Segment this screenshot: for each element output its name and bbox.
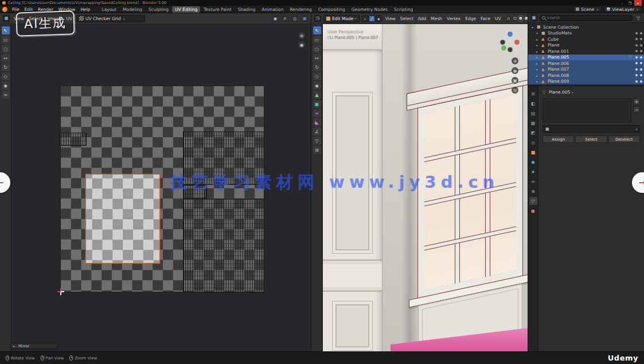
- hide-icon[interactable]: [635, 80, 638, 83]
- disclosure-icon[interactable]: ▾: [536, 31, 540, 35]
- vp-menu-select[interactable]: Select: [399, 16, 415, 21]
- axis-y-handle[interactable]: [501, 45, 506, 51]
- outliner-row[interactable]: ▸ ▲ Plane.001: [528, 48, 644, 55]
- object-properties-tab[interactable]: ■: [529, 148, 537, 156]
- proportional-editing-icon[interactable]: ◎: [291, 15, 298, 22]
- vp-menu-vertex[interactable]: Vertex: [446, 16, 462, 21]
- unlink-image-icon[interactable]: ×: [123, 17, 126, 21]
- outliner-search[interactable]: [539, 15, 633, 21]
- uv-move-tool[interactable]: ↔: [2, 54, 10, 62]
- render-visibility-icon[interactable]: [640, 68, 642, 71]
- hide-icon[interactable]: [635, 32, 638, 34]
- render-visibility-icon[interactable]: [640, 62, 642, 64]
- outliner-row-collection[interactable]: ▾ ▦ StudioMats: [528, 30, 644, 37]
- hide-icon[interactable]: [635, 38, 638, 40]
- material-preview-icon[interactable]: [524, 16, 528, 21]
- vp-extrude-tool[interactable]: ▲: [313, 91, 321, 99]
- disclosure-icon[interactable]: ▸: [536, 43, 540, 47]
- snap-icon[interactable]: ∩: [507, 15, 510, 22]
- hide-icon[interactable]: [635, 44, 638, 47]
- vp-tweak-tool[interactable]: ↖: [313, 26, 321, 34]
- render-properties-tab[interactable]: ◧: [529, 99, 537, 107]
- axis-x-handle[interactable]: [514, 40, 520, 45]
- search-input[interactable]: [547, 16, 630, 20]
- tab-uv-editing[interactable]: UV Editing: [172, 6, 200, 13]
- render-visibility-icon[interactable]: [640, 38, 642, 40]
- menu-help[interactable]: Help: [78, 6, 92, 13]
- tab-texture-paint[interactable]: Texture Paint: [201, 6, 234, 13]
- hide-icon[interactable]: [635, 74, 638, 76]
- disclosure-icon[interactable]: ▸: [536, 79, 540, 83]
- uv-transform-tool[interactable]: ◆: [2, 82, 10, 90]
- blender-menu-icon[interactable]: [2, 7, 7, 12]
- uv-rotate-tool[interactable]: ↻: [2, 63, 10, 71]
- vp-camera-view-icon[interactable]: ▣: [512, 77, 518, 84]
- render-visibility-icon[interactable]: [640, 44, 642, 47]
- outliner-row-selected[interactable]: ▸ ▲ Plane.006: [528, 60, 644, 67]
- hide-icon[interactable]: [635, 62, 638, 64]
- disclosure-icon[interactable]: ▸: [536, 61, 540, 65]
- outliner-row-selected[interactable]: ▸ ▲ Plane.009: [528, 79, 644, 85]
- render-visibility-icon[interactable]: [640, 32, 642, 34]
- vertex-group-list[interactable]: [542, 98, 631, 122]
- outliner-row-selected[interactable]: ▸ ▲ Plane.008: [528, 72, 644, 79]
- tab-layout[interactable]: Layout: [99, 6, 119, 13]
- uv-pan-icon[interactable]: ◉: [298, 41, 305, 48]
- operator-redo-panel[interactable]: ▸ Mirror: [10, 343, 57, 349]
- remove-vertex-group-button[interactable]: −: [633, 106, 640, 113]
- vp-rotate-tool[interactable]: ↻: [313, 63, 321, 71]
- uv-2d-cursor[interactable]: [57, 288, 64, 295]
- vp-pan-icon[interactable]: ◉: [512, 67, 518, 74]
- vp-loopcut-tool[interactable]: ◣: [313, 118, 321, 126]
- output-properties-tab[interactable]: ▤: [529, 109, 537, 117]
- view-layer-selector[interactable]: ViewLayer ×: [604, 6, 642, 12]
- material-properties-tab[interactable]: ●: [529, 207, 537, 215]
- outliner-editor-type-icon[interactable]: ▦: [530, 14, 537, 21]
- constraint-properties-tab[interactable]: ⊗: [529, 187, 537, 195]
- tab-shading[interactable]: Shading: [235, 6, 258, 13]
- snap-icon[interactable]: ∩: [282, 15, 288, 22]
- window-model[interactable]: [409, 67, 528, 334]
- vp-menu-face[interactable]: Face: [479, 16, 491, 21]
- vp-transform-tool[interactable]: ◆: [313, 82, 321, 90]
- active-group-field[interactable]: ▦ ▾: [542, 125, 640, 133]
- edge-select-icon[interactable]: ╱: [369, 16, 375, 22]
- vp-select-box-tool[interactable]: ▭: [313, 36, 321, 44]
- unlink-scene-icon[interactable]: ×: [596, 7, 599, 11]
- render-visibility-icon[interactable]: [640, 74, 642, 76]
- tab-sculpting[interactable]: Sculpting: [146, 6, 171, 13]
- vp-bevel-tool[interactable]: ≡: [313, 109, 321, 117]
- outliner-row-scene-collection[interactable]: ▾ ▦ Scene Collection: [528, 24, 644, 30]
- physics-properties-tab[interactable]: ≈: [529, 177, 537, 185]
- uv-editor-type-icon[interactable]: ▦: [3, 15, 10, 22]
- axis-z-handle[interactable]: [508, 32, 513, 37]
- render-visibility-icon[interactable]: [640, 80, 642, 83]
- vp-cursor-tool[interactable]: ○: [313, 45, 321, 53]
- vp-menu-uv[interactable]: UV: [494, 16, 502, 21]
- world-properties-tab[interactable]: ◎: [529, 138, 537, 146]
- vp-scale-tool[interactable]: ◇: [313, 72, 321, 80]
- axis-negative-x-handle[interactable]: [500, 40, 505, 45]
- tab-scripting[interactable]: Scripting: [391, 6, 416, 13]
- uv-zoom-icon[interactable]: ⊕: [298, 32, 305, 39]
- view-layer-properties-tab[interactable]: ▦: [529, 119, 537, 127]
- disclosure-icon[interactable]: ▸: [536, 73, 540, 78]
- disclosure-icon[interactable]: ▸: [536, 37, 540, 41]
- uv-scale-tool[interactable]: ◇: [2, 72, 10, 80]
- vp-knife-tool[interactable]: ∠: [313, 127, 321, 135]
- vp-measure-tool[interactable]: ⊞: [313, 146, 321, 154]
- vp-perspective-toggle-icon[interactable]: ⊞: [512, 87, 518, 94]
- uv-island-small[interactable]: [59, 133, 87, 146]
- vp-menu-edge[interactable]: Edge: [464, 16, 477, 21]
- selected-uv-island[interactable]: [85, 174, 160, 264]
- render-visibility-icon[interactable]: [640, 56, 642, 59]
- deselect-button[interactable]: Deselect: [608, 135, 640, 143]
- tool-properties-tab[interactable]: ⊞: [529, 90, 537, 98]
- pivot-point-icon[interactable]: ◉: [272, 15, 279, 22]
- tab-rendering[interactable]: Rendering: [287, 6, 314, 13]
- render-visibility-icon[interactable]: [640, 50, 642, 52]
- minimize-button[interactable]: –: [618, 0, 626, 6]
- vp-polybuild-tool[interactable]: ▽: [313, 137, 321, 145]
- menu-file[interactable]: File: [10, 6, 22, 13]
- maximize-button[interactable]: ❐: [626, 0, 634, 6]
